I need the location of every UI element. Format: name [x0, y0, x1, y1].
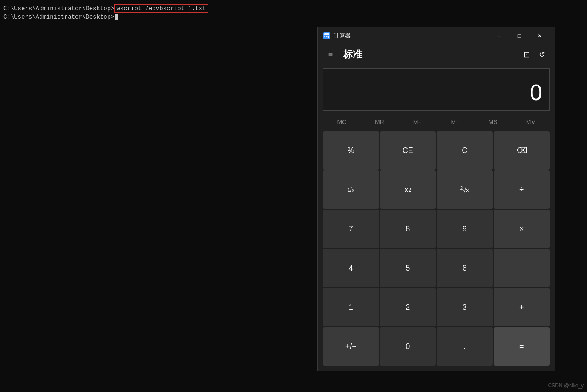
svg-rect-2	[324, 36, 325, 37]
svg-rect-3	[326, 36, 328, 37]
calc-display: 0	[323, 68, 550, 111]
terminal-cursor	[115, 14, 118, 20]
terminal-prompt-1: C:\Users\Administrator\Desktop>	[3, 5, 114, 12]
calc-app-icon	[323, 32, 331, 40]
title-bar: 计算器 ─ □ ✕	[318, 27, 555, 44]
maximize-button[interactable]: □	[509, 29, 529, 43]
minimize-button[interactable]: ─	[489, 29, 509, 43]
terminal-window: C:\Users\Administrator\Desktop>wscript /…	[0, 0, 315, 392]
reciprocal-button[interactable]: 1 / x	[323, 170, 379, 209]
negate-button[interactable]: +/−	[323, 327, 379, 366]
equals-button[interactable]: =	[494, 327, 550, 366]
terminal-line-2: C:\Users\Administrator\Desktop>	[3, 14, 312, 20]
mem-mplus-button[interactable]: M+	[398, 116, 436, 128]
divide-button[interactable]: ÷	[494, 170, 550, 209]
terminal-prompt-2: C:\Users\Administrator\Desktop>	[3, 14, 114, 20]
terminal-command: wscript /e:vbscript 1.txt	[114, 4, 208, 13]
calc-button-grid: % CE C ⌫ 1 / x x2 2√x ÷ 7 8 9 × 4 5 6 − …	[318, 130, 555, 371]
menu-icon[interactable]: ≡	[325, 50, 337, 59]
calculator-window: 计算器 ─ □ ✕ ≡ 标准 ⊡ ↺ 0 MC MR M+ M− MS M∨ %…	[317, 27, 555, 371]
percent-button[interactable]: %	[323, 131, 379, 170]
eight-button[interactable]: 8	[380, 210, 436, 248]
square-button[interactable]: x2	[380, 170, 436, 209]
plus-button[interactable]: +	[494, 288, 550, 326]
seven-button[interactable]: 7	[323, 210, 379, 248]
nine-button[interactable]: 9	[437, 210, 493, 248]
svg-rect-4	[328, 36, 329, 38]
memory-row: MC MR M+ M− MS M∨	[318, 114, 555, 130]
close-button[interactable]: ✕	[530, 29, 550, 43]
mem-mv-button[interactable]: M∨	[512, 116, 550, 128]
mode-icon[interactable]: ⊡	[521, 49, 532, 61]
mem-mc-button[interactable]: MC	[323, 116, 361, 128]
calc-mode-title: 标准	[343, 48, 521, 61]
history-icon[interactable]: ↺	[536, 49, 548, 61]
c-button[interactable]: C	[437, 131, 493, 170]
multiply-button[interactable]: ×	[494, 210, 550, 248]
svg-rect-1	[324, 33, 329, 35]
sqrt-button[interactable]: 2√x	[437, 170, 493, 209]
header-icons: ⊡ ↺	[521, 49, 548, 61]
display-value: 0	[530, 80, 542, 105]
title-bar-text: 计算器	[334, 32, 489, 40]
decimal-button[interactable]: .	[437, 327, 493, 366]
mem-mminus-button[interactable]: M−	[436, 116, 474, 128]
two-button[interactable]: 2	[380, 288, 436, 326]
calc-header: ≡ 标准 ⊡ ↺	[318, 44, 555, 65]
backspace-button[interactable]: ⌫	[494, 131, 550, 170]
watermark: CSDN @cike_y	[548, 383, 584, 389]
ce-button[interactable]: CE	[380, 131, 436, 170]
svg-rect-5	[324, 38, 325, 38]
title-bar-controls: ─ □ ✕	[489, 29, 550, 43]
minus-button[interactable]: −	[494, 249, 550, 287]
three-button[interactable]: 3	[437, 288, 493, 326]
terminal-line-1: C:\Users\Administrator\Desktop>wscript /…	[3, 4, 312, 13]
mem-mr-button[interactable]: MR	[361, 116, 399, 128]
one-button[interactable]: 1	[323, 288, 379, 326]
six-button[interactable]: 6	[437, 249, 493, 287]
svg-rect-6	[326, 38, 328, 38]
four-button[interactable]: 4	[323, 249, 379, 287]
five-button[interactable]: 5	[380, 249, 436, 287]
zero-button[interactable]: 0	[380, 327, 436, 366]
mem-ms-button[interactable]: MS	[474, 116, 512, 128]
